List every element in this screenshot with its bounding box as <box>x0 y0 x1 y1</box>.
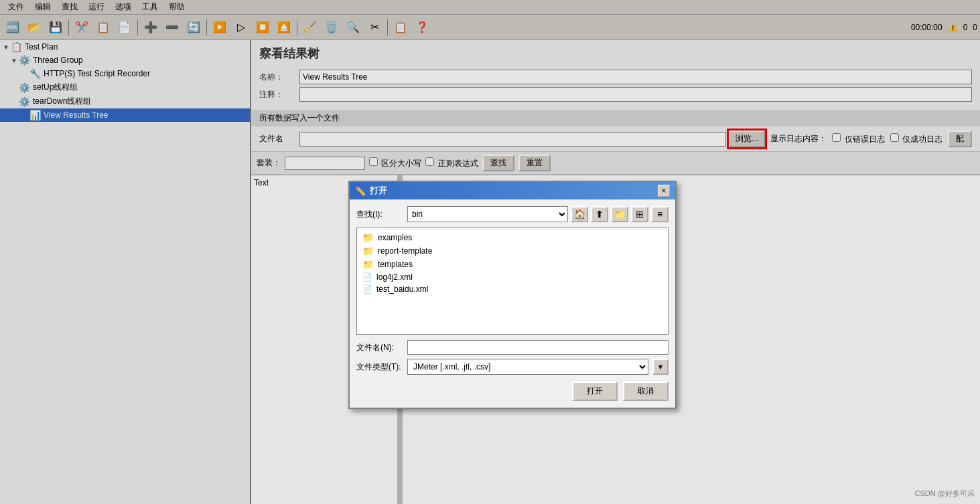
file-icon-log4j2: 📄 <box>362 272 372 282</box>
open-dialog: ✏️ 打开 × 查找(I): bin 🏠 ⬆ 📁 ⊞ ≡ <box>348 181 677 409</box>
folder-icon-report-template: 📁 <box>362 246 374 256</box>
dialog-filetype-row: 文件类型(T): JMeter [.xml, .jtl, .csv] ▼ <box>356 359 669 375</box>
file-name-test-baidu: test_baidu.xml <box>376 284 428 294</box>
folder-icon-examples: 📁 <box>362 232 374 243</box>
dialog-up-btn[interactable]: ⬆ <box>591 206 608 222</box>
dialog-newfolder-btn[interactable]: 📁 <box>611 206 628 222</box>
list-item-test-baidu[interactable]: 📄 test_baidu.xml <box>360 283 665 295</box>
list-item-report-template[interactable]: 📁 report-template <box>360 244 665 258</box>
list-item-log4j2[interactable]: 📄 log4j2.xml <box>360 271 665 283</box>
dialog-filetype-label: 文件类型(T): <box>356 361 403 373</box>
list-item-examples[interactable]: 📁 examples <box>360 231 665 244</box>
dialog-open-button[interactable]: 打开 <box>572 382 618 401</box>
dialog-title-text: ✏️ 打开 <box>355 185 387 197</box>
dialog-location-label: 查找(I): <box>356 209 403 220</box>
dialog-overlay: ✏️ 打开 × 查找(I): bin 🏠 ⬆ 📁 ⊞ ≡ <box>0 0 980 504</box>
dialog-title-icon: ✏️ <box>355 186 366 196</box>
file-name-templates: templates <box>378 260 413 269</box>
dialog-close-button[interactable]: × <box>658 185 670 197</box>
file-name-log4j2: log4j2.xml <box>376 272 413 282</box>
dialog-filetype-dropdown-btn[interactable]: ▼ <box>652 359 669 375</box>
dialog-body: 查找(I): bin 🏠 ⬆ 📁 ⊞ ≡ 📁 examples <box>350 199 675 408</box>
dialog-filetype-select[interactable]: JMeter [.xml, .jtl, .csv] <box>407 359 648 375</box>
dialog-title-label: 打开 <box>370 185 387 197</box>
dialog-location-row: 查找(I): bin 🏠 ⬆ 📁 ⊞ ≡ <box>356 206 669 222</box>
dialog-view-icons-btn[interactable]: ⊞ <box>631 206 648 222</box>
folder-icon-templates: 📁 <box>362 259 374 270</box>
list-item-templates[interactable]: 📁 templates <box>360 258 665 271</box>
dialog-view-list-btn[interactable]: ≡ <box>651 206 669 222</box>
dialog-buttons: 打开 取消 <box>356 382 669 401</box>
dialog-filename-row: 文件名(N): <box>356 340 669 355</box>
dialog-location-dropdown[interactable]: bin <box>407 206 568 222</box>
dialog-home-btn[interactable]: 🏠 <box>571 206 588 222</box>
file-list-area[interactable]: 📁 examples 📁 report-template 📁 templates… <box>356 228 669 335</box>
dialog-cancel-button[interactable]: 取消 <box>623 382 669 401</box>
file-icon-test-baidu: 📄 <box>362 284 372 294</box>
file-name-report-template: report-template <box>378 246 432 256</box>
dialog-filename-label: 文件名(N): <box>356 342 403 353</box>
dialog-filename-input[interactable] <box>407 340 669 355</box>
dialog-title-bar: ✏️ 打开 × <box>350 182 675 199</box>
file-name-examples: examples <box>378 233 412 242</box>
dialog-location-controls: bin 🏠 ⬆ 📁 ⊞ ≡ <box>407 206 669 222</box>
